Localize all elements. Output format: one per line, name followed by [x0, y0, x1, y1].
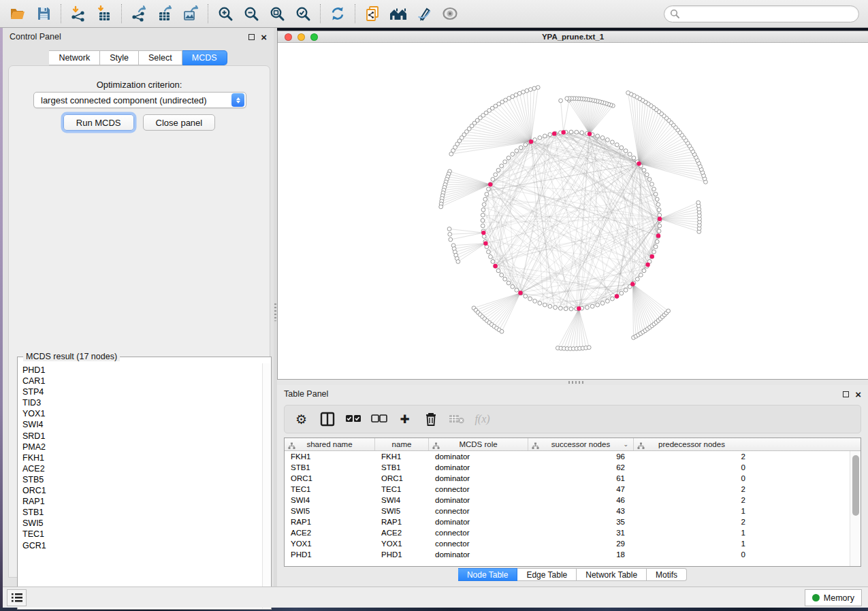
mcds-result-item[interactable]: GCR1 [22, 540, 262, 551]
close-panel-button[interactable]: Close panel [143, 114, 216, 131]
table-row[interactable]: TEC1 TEC1 connector 47 2 [285, 484, 850, 495]
table-tab[interactable]: Edge Table [517, 568, 577, 581]
mcds-result-item[interactable]: ORC1 [22, 485, 262, 496]
import-network-icon[interactable] [68, 3, 89, 24]
zoom-fit-icon[interactable] [267, 3, 287, 24]
control-panel: Control Panel × NetworkStyleSelectMCDS O… [3, 28, 274, 587]
table-row[interactable]: FKH1 FKH1 dominator 96 2 [285, 451, 850, 462]
houses-icon[interactable] [388, 3, 408, 24]
control-panel-tab[interactable]: Style [100, 50, 139, 65]
main-toolbar [0, 0, 868, 28]
function-builder-icon[interactable]: f(x) [472, 409, 492, 429]
mcds-result-item[interactable]: SRD1 [22, 431, 262, 442]
mcds-result-item[interactable]: RAP1 [22, 496, 262, 507]
table-tab[interactable]: Network Table [577, 568, 647, 581]
deselect-all-icon[interactable] [369, 409, 389, 429]
toolbar-separator [121, 4, 122, 23]
control-panel-tab[interactable]: Network [49, 50, 100, 65]
table-row[interactable]: YOX1 YOX1 connector 29 1 [285, 538, 850, 549]
add-column-icon[interactable]: ✚ [395, 409, 415, 429]
memory-label: Memory [824, 593, 854, 603]
control-panel-titlebar: Control Panel × [3, 28, 274, 46]
table-row[interactable]: ORC1 ORC1 dominator 61 0 [285, 473, 850, 484]
zoom-selected-icon[interactable] [293, 3, 313, 24]
network-graph[interactable] [278, 43, 868, 380]
column-header[interactable]: name ⌄ [375, 438, 429, 450]
control-panel-tab[interactable]: MCDS [182, 50, 227, 65]
table-row[interactable]: SWI5 SWI5 connector 43 1 [285, 506, 850, 516]
mcds-result-item[interactable]: FKH1 [22, 452, 262, 463]
table-row[interactable]: STB1 STB1 dominator 62 0 [285, 462, 850, 473]
hierarchy-icon [532, 441, 539, 450]
memory-button[interactable]: Memory [805, 589, 862, 606]
table-tabs: Node TableEdge TableNetwork TableMotifs [277, 568, 868, 581]
export-image-icon[interactable] [180, 3, 201, 24]
save-icon[interactable] [33, 3, 54, 24]
open-folder-icon[interactable] [7, 3, 28, 24]
table-row[interactable]: RAP1 RAP1 dominator 35 2 [285, 516, 850, 527]
node-table-header: shared name ⌄ name ⌄ MCDS role [285, 438, 861, 451]
split-columns-icon[interactable] [317, 409, 337, 429]
control-panel-title: Control Panel [10, 32, 61, 42]
search-icon [670, 9, 679, 18]
float-panel-icon[interactable] [843, 391, 849, 397]
mcds-result-item[interactable]: STB1 [22, 507, 262, 518]
column-header[interactable]: predecessor nodes ⌄ [634, 438, 750, 450]
mcds-result-item[interactable]: TEC1 [22, 529, 262, 540]
control-panel-tab[interactable]: Select [139, 50, 182, 65]
mcds-result-item[interactable]: STB5 [22, 474, 262, 485]
column-header[interactable]: shared name ⌄ [285, 438, 375, 450]
horizontal-splitter[interactable] [277, 380, 868, 385]
zoom-in-icon[interactable] [215, 3, 236, 24]
sort-desc-icon: ⌄ [623, 438, 628, 450]
delete-column-icon[interactable] [421, 409, 440, 429]
hierarchy-icon [637, 441, 645, 450]
annotation-pen-icon[interactable] [414, 3, 434, 24]
column-header[interactable]: successor nodes ⌄ [528, 438, 634, 450]
import-table-icon[interactable] [94, 3, 114, 24]
mcds-tab-content: Optimization criterion: largest connecte… [8, 65, 270, 578]
mcds-result-item[interactable]: TID3 [22, 397, 262, 408]
network-window: YPA_prune.txt_1 [277, 31, 868, 380]
search-input[interactable] [679, 9, 853, 18]
optimization-criterion-select[interactable]: largest connected component (undirected) [33, 92, 246, 108]
select-all-icon[interactable] [343, 409, 363, 429]
network-canvas[interactable] [278, 43, 868, 379]
table-row[interactable]: SWI4 SWI4 dominator 46 2 [285, 495, 850, 506]
run-mcds-button[interactable]: Run MCDS [63, 114, 134, 131]
table-row[interactable]: PHD1 PHD1 dominator 18 0 [285, 549, 850, 560]
documents-share-icon[interactable] [362, 3, 383, 24]
search-box[interactable] [664, 5, 859, 22]
mcds-result-item[interactable]: PMA2 [22, 442, 262, 452]
float-panel-icon[interactable] [248, 34, 255, 40]
node-table-body: FKH1 FKH1 dominator 96 2 STB1 STB1 domin… [285, 451, 850, 566]
mcds-result-scrollbar[interactable] [262, 363, 270, 608]
close-panel-icon[interactable]: × [261, 34, 267, 40]
table-tab[interactable]: Motifs [647, 568, 687, 581]
mcds-result-item[interactable]: CAR1 [22, 376, 262, 386]
toolbar-separator [208, 4, 208, 23]
column-header[interactable]: MCDS role ⌄ [429, 438, 528, 450]
mcds-result-item[interactable]: ACE2 [22, 463, 262, 474]
export-table-icon[interactable] [155, 3, 175, 24]
zoom-out-icon[interactable] [241, 3, 261, 24]
mcds-result-item[interactable]: STP4 [22, 386, 262, 397]
table-scrollbar[interactable] [850, 451, 861, 566]
delete-table-icon[interactable] [447, 409, 466, 429]
mcds-result-item[interactable]: YOX1 [22, 408, 262, 419]
control-panel-tabs: NetworkStyleSelectMCDS [3, 50, 274, 65]
table-row[interactable]: ACE2 ACE2 connector 31 1 [285, 527, 850, 538]
mcds-result-title: MCDS result (17 nodes) [23, 352, 120, 361]
eye-icon[interactable] [440, 3, 460, 24]
table-tab[interactable]: Node Table [458, 568, 518, 581]
mcds-result-item[interactable]: SWI5 [22, 518, 262, 529]
panel-menu-button[interactable] [7, 589, 27, 606]
refresh-icon[interactable] [327, 3, 348, 24]
table-scrollbar-thumb[interactable] [852, 455, 859, 516]
mcds-result-item[interactable]: PHD1 [22, 365, 262, 376]
close-panel-icon[interactable]: × [855, 391, 861, 397]
network-window-titlebar[interactable]: YPA_prune.txt_1 [278, 31, 868, 43]
mcds-result-item[interactable]: SWI4 [22, 419, 262, 430]
gear-icon[interactable]: ⚙ [291, 409, 311, 429]
export-network-icon[interactable] [129, 3, 149, 24]
